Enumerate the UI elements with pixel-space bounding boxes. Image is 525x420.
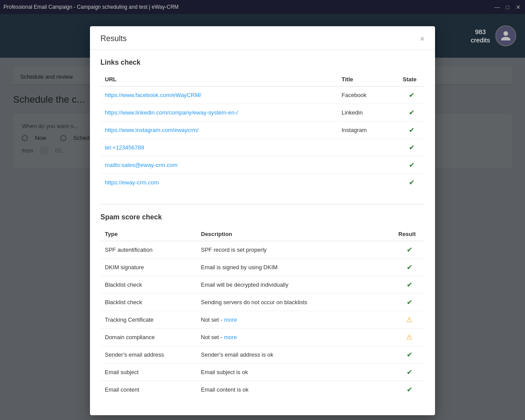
links-title-cell: Facebook [337,87,398,104]
spam-result-cell: ✔ [394,346,425,364]
spam-result-cell: ✔ [394,364,425,381]
check-icon: ✔ [407,281,412,288]
table-row: https://eway-crm.com✔ [100,174,425,191]
links-url-cell[interactable]: https://www.facebook.com/eWayCRM/ [100,87,337,104]
check-icon: ✔ [407,299,412,306]
check-icon: ✔ [409,109,414,116]
spam-result-cell: ⚠ [394,311,425,329]
warning-icon: ⚠ [406,333,412,341]
links-state-cell: ✔ [398,87,425,104]
check-icon: ✔ [409,126,414,134]
check-icon: ✔ [407,351,412,358]
modal-header: Results × [90,26,435,50]
spam-description-cell: Sender's email address is ok [197,346,394,364]
table-row: DKIM signatureEmail is signed by using D… [100,259,425,276]
check-icon: ✔ [407,264,412,271]
table-row: mailto:sales@eway-crm.com✔ [100,156,425,174]
modal-close-button[interactable]: × [420,35,425,43]
spam-result-cell: ⚠ [394,329,425,346]
credits-area: 983 credits [471,25,516,46]
spam-type-cell: Tracking Certificate [100,311,197,329]
spam-type-cell: SPF autentification [100,241,197,259]
spam-check-section: Spam score check Type Description Result… [100,213,425,398]
check-icon: ✔ [407,246,412,253]
links-state-cell: ✔ [398,174,425,191]
links-check-title: Links check [100,59,425,66]
spam-description-cell: SPF record is set properly [197,241,394,259]
spam-description-cell: Email subject is ok [197,364,394,381]
table-row: SPF autentificationSPF record is set pro… [100,241,425,259]
spam-description-cell: Sending servers do not occur on blacklis… [197,294,394,311]
check-icon: ✔ [409,144,414,151]
spam-result-cell: ✔ [394,259,425,276]
links-title-cell [337,156,398,174]
links-url-cell[interactable]: tel:+123456789 [100,139,337,156]
spam-description-cell[interactable]: Not set - more [197,329,394,346]
links-title-cell: Linkedin [337,104,398,121]
spam-type-cell: Blacklist check [100,294,197,311]
links-state-cell: ✔ [398,156,425,174]
table-row: tel:+123456789✔ [100,139,425,156]
links-check-table: URL Title State https://www.facebook.com… [100,73,425,191]
spam-col-type: Type [100,227,197,241]
spam-type-cell: Domain compliance [100,329,197,346]
results-modal: Results × Links check URL Title State ht… [90,26,435,415]
spam-result-cell: ✔ [394,276,425,294]
check-icon: ✔ [409,179,414,186]
links-url-cell[interactable]: https://eway-crm.com [100,174,337,191]
table-row: Domain complianceNot set - more⚠ [100,329,425,346]
links-state-cell: ✔ [398,104,425,121]
credits-label: credits [471,36,490,45]
spam-type-cell: Email subject [100,364,197,381]
spam-result-cell: ✔ [394,241,425,259]
spam-check-table: Type Description Result SPF autentificat… [100,227,425,398]
spam-type-cell: Email content [100,381,197,399]
spam-description-cell: Email content is ok [197,381,394,399]
spam-result-cell: ✔ [394,381,425,399]
close-window-button[interactable]: ✕ [515,3,522,10]
links-col-url: URL [100,73,337,87]
spam-col-description: Description [197,227,394,241]
more-link[interactable]: more [224,316,237,323]
credits-amount: 983 [471,28,490,36]
table-row: Blacklist checkEmail will be decrypted i… [100,276,425,294]
spam-result-cell: ✔ [394,294,425,311]
links-col-state: State [398,73,425,87]
check-icon: ✔ [407,368,412,376]
links-url-cell[interactable]: https://www.instagram.com/ewaycrm/ [100,121,337,139]
links-check-section: Links check URL Title State https://www.… [100,59,425,191]
spam-description-cell[interactable]: Not set - more [197,311,394,329]
more-link[interactable]: more [224,334,237,340]
user-avatar[interactable] [495,25,516,46]
links-state-cell: ✔ [398,139,425,156]
spam-type-cell: DKIM signature [100,259,197,276]
modal-body: Links check URL Title State https://www.… [90,50,435,415]
table-row: Email contentEmail content is ok✔ [100,381,425,399]
links-url-cell[interactable]: mailto:sales@eway-crm.com [100,156,337,174]
spam-check-title: Spam score check [100,213,425,221]
spam-description-cell: Email is signed by using DKIM [197,259,394,276]
maximize-button[interactable]: □ [504,3,511,10]
check-icon: ✔ [407,386,412,393]
title-bar: Professional Email Campaign - Campaign s… [0,0,525,14]
minimize-button[interactable]: — [494,3,501,10]
check-icon: ✔ [409,91,414,99]
modal-title: Results [100,34,127,43]
table-row: Email subjectEmail subject is ok✔ [100,364,425,381]
table-row: https://www.facebook.com/eWayCRM/Faceboo… [100,87,425,104]
spam-col-result: Result [394,227,425,241]
table-row: https://www.instagram.com/ewaycrm/Instag… [100,121,425,139]
links-col-title: Title [337,73,398,87]
section-divider [100,204,425,205]
links-url-cell[interactable]: https://www.linkedin.com/company/eway-sy… [100,104,337,121]
links-title-cell [337,174,398,191]
warning-icon: ⚠ [406,316,412,323]
check-icon: ✔ [409,161,414,169]
links-title-cell [337,139,398,156]
spam-description-cell: Email will be decrypted individually [197,276,394,294]
table-row: Sender's email addressSender's email add… [100,346,425,364]
window-controls: — □ ✕ [494,3,522,10]
links-state-cell: ✔ [398,121,425,139]
spam-type-cell: Sender's email address [100,346,197,364]
table-row: Blacklist checkSending servers do not oc… [100,294,425,311]
